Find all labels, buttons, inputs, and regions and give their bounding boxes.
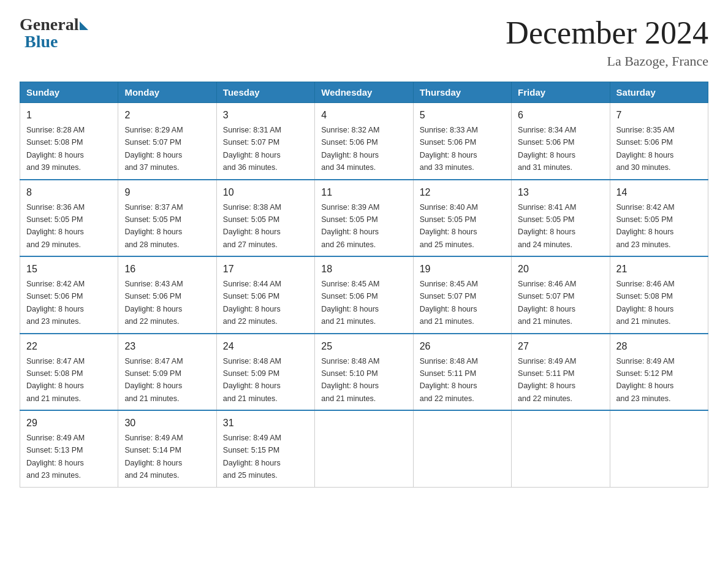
calendar-cell: 12Sunrise: 8:40 AMSunset: 5:05 PMDayligh… bbox=[413, 180, 511, 257]
day-info: Sunrise: 8:40 AMSunset: 5:05 PMDaylight:… bbox=[420, 203, 478, 249]
calendar-cell: 18Sunrise: 8:45 AMSunset: 5:06 PMDayligh… bbox=[315, 256, 413, 334]
day-number: 9 bbox=[124, 185, 210, 200]
day-number: 13 bbox=[518, 185, 603, 200]
calendar-week-row: 8Sunrise: 8:36 AMSunset: 5:05 PMDaylight… bbox=[20, 180, 708, 257]
header-sunday: Sunday bbox=[20, 82, 118, 103]
calendar-cell: 6Sunrise: 8:34 AMSunset: 5:06 PMDaylight… bbox=[512, 103, 610, 180]
day-number: 16 bbox=[124, 262, 210, 277]
calendar-week-row: 29Sunrise: 8:49 AMSunset: 5:13 PMDayligh… bbox=[20, 410, 708, 487]
calendar-cell: 19Sunrise: 8:45 AMSunset: 5:07 PMDayligh… bbox=[413, 256, 511, 334]
logo-arrow-icon bbox=[80, 21, 88, 30]
calendar-subtitle: La Bazoge, France bbox=[506, 53, 708, 69]
day-number: 28 bbox=[616, 339, 702, 354]
calendar-cell: 9Sunrise: 8:37 AMSunset: 5:05 PMDaylight… bbox=[118, 180, 216, 257]
day-number: 24 bbox=[223, 339, 308, 354]
day-info: Sunrise: 8:43 AMSunset: 5:06 PMDaylight:… bbox=[124, 280, 183, 326]
day-info: Sunrise: 8:47 AMSunset: 5:08 PMDaylight:… bbox=[26, 357, 85, 403]
calendar-cell: 20Sunrise: 8:46 AMSunset: 5:07 PMDayligh… bbox=[512, 256, 610, 334]
calendar-cell bbox=[512, 410, 610, 487]
calendar-cell: 15Sunrise: 8:42 AMSunset: 5:06 PMDayligh… bbox=[20, 256, 118, 334]
day-info: Sunrise: 8:49 AMSunset: 5:15 PMDaylight:… bbox=[223, 434, 281, 480]
logo-blue-text: Blue bbox=[25, 32, 58, 52]
day-number: 18 bbox=[321, 262, 406, 277]
day-number: 7 bbox=[616, 108, 702, 123]
day-number: 11 bbox=[321, 185, 406, 200]
day-info: Sunrise: 8:36 AMSunset: 5:05 PMDaylight:… bbox=[26, 203, 85, 249]
calendar-cell: 26Sunrise: 8:48 AMSunset: 5:11 PMDayligh… bbox=[413, 334, 511, 411]
day-info: Sunrise: 8:29 AMSunset: 5:07 PMDaylight:… bbox=[124, 126, 183, 172]
calendar-cell: 29Sunrise: 8:49 AMSunset: 5:13 PMDayligh… bbox=[20, 410, 118, 487]
calendar-cell: 30Sunrise: 8:49 AMSunset: 5:14 PMDayligh… bbox=[118, 410, 216, 487]
calendar-cell: 3Sunrise: 8:31 AMSunset: 5:07 PMDaylight… bbox=[216, 103, 314, 180]
day-number: 29 bbox=[26, 416, 112, 431]
day-number: 21 bbox=[616, 262, 702, 277]
calendar-cell: 28Sunrise: 8:49 AMSunset: 5:12 PMDayligh… bbox=[610, 334, 708, 411]
header-wednesday: Wednesday bbox=[315, 82, 413, 103]
day-info: Sunrise: 8:42 AMSunset: 5:05 PMDaylight:… bbox=[616, 203, 675, 249]
day-number: 30 bbox=[124, 416, 210, 431]
calendar-cell: 4Sunrise: 8:32 AMSunset: 5:06 PMDaylight… bbox=[315, 103, 413, 180]
calendar-cell: 16Sunrise: 8:43 AMSunset: 5:06 PMDayligh… bbox=[118, 256, 216, 334]
day-number: 17 bbox=[223, 262, 308, 277]
calendar-cell: 1Sunrise: 8:28 AMSunset: 5:08 PMDaylight… bbox=[20, 103, 118, 180]
day-info: Sunrise: 8:42 AMSunset: 5:06 PMDaylight:… bbox=[26, 280, 85, 326]
day-number: 15 bbox=[26, 262, 112, 277]
calendar-cell bbox=[315, 410, 413, 487]
header-monday: Monday bbox=[118, 82, 216, 103]
day-info: Sunrise: 8:48 AMSunset: 5:09 PMDaylight:… bbox=[223, 357, 281, 403]
calendar-title-area: December 2024 La Bazoge, France bbox=[506, 15, 708, 69]
day-info: Sunrise: 8:38 AMSunset: 5:05 PMDaylight:… bbox=[223, 203, 281, 249]
calendar-cell: 25Sunrise: 8:48 AMSunset: 5:10 PMDayligh… bbox=[315, 334, 413, 411]
day-info: Sunrise: 8:34 AMSunset: 5:06 PMDaylight:… bbox=[518, 126, 576, 172]
day-number: 23 bbox=[124, 339, 210, 354]
day-number: 26 bbox=[420, 339, 505, 354]
day-info: Sunrise: 8:44 AMSunset: 5:06 PMDaylight:… bbox=[223, 280, 281, 326]
day-number: 14 bbox=[616, 185, 702, 200]
calendar-cell: 22Sunrise: 8:47 AMSunset: 5:08 PMDayligh… bbox=[20, 334, 118, 411]
calendar-cell bbox=[413, 410, 511, 487]
day-number: 19 bbox=[420, 262, 505, 277]
calendar-cell: 14Sunrise: 8:42 AMSunset: 5:05 PMDayligh… bbox=[610, 180, 708, 257]
calendar-header-row: SundayMondayTuesdayWednesdayThursdayFrid… bbox=[20, 82, 708, 103]
day-info: Sunrise: 8:48 AMSunset: 5:10 PMDaylight:… bbox=[321, 357, 379, 403]
day-info: Sunrise: 8:46 AMSunset: 5:08 PMDaylight:… bbox=[616, 280, 675, 326]
day-number: 6 bbox=[518, 108, 603, 123]
day-info: Sunrise: 8:47 AMSunset: 5:09 PMDaylight:… bbox=[124, 357, 183, 403]
day-number: 5 bbox=[420, 108, 505, 123]
day-info: Sunrise: 8:41 AMSunset: 5:05 PMDaylight:… bbox=[518, 203, 576, 249]
day-number: 20 bbox=[518, 262, 603, 277]
calendar-week-row: 22Sunrise: 8:47 AMSunset: 5:08 PMDayligh… bbox=[20, 334, 708, 411]
header-saturday: Saturday bbox=[610, 82, 708, 103]
day-info: Sunrise: 8:28 AMSunset: 5:08 PMDaylight:… bbox=[26, 126, 85, 172]
calendar-cell: 10Sunrise: 8:38 AMSunset: 5:05 PMDayligh… bbox=[216, 180, 314, 257]
day-info: Sunrise: 8:32 AMSunset: 5:06 PMDaylight:… bbox=[321, 126, 379, 172]
day-info: Sunrise: 8:45 AMSunset: 5:06 PMDaylight:… bbox=[321, 280, 379, 326]
day-info: Sunrise: 8:49 AMSunset: 5:11 PMDaylight:… bbox=[518, 357, 576, 403]
day-info: Sunrise: 8:39 AMSunset: 5:05 PMDaylight:… bbox=[321, 203, 379, 249]
calendar-cell: 11Sunrise: 8:39 AMSunset: 5:05 PMDayligh… bbox=[315, 180, 413, 257]
day-number: 25 bbox=[321, 339, 406, 354]
day-number: 27 bbox=[518, 339, 603, 354]
day-number: 22 bbox=[26, 339, 112, 354]
day-info: Sunrise: 8:49 AMSunset: 5:14 PMDaylight:… bbox=[124, 434, 183, 480]
page-header: General Blue December 2024 La Bazoge, Fr… bbox=[20, 15, 708, 69]
day-number: 2 bbox=[124, 108, 210, 123]
day-number: 10 bbox=[223, 185, 308, 200]
calendar-cell: 13Sunrise: 8:41 AMSunset: 5:05 PMDayligh… bbox=[512, 180, 610, 257]
calendar-cell: 24Sunrise: 8:48 AMSunset: 5:09 PMDayligh… bbox=[216, 334, 314, 411]
day-info: Sunrise: 8:45 AMSunset: 5:07 PMDaylight:… bbox=[420, 280, 478, 326]
calendar-cell: 27Sunrise: 8:49 AMSunset: 5:11 PMDayligh… bbox=[512, 334, 610, 411]
calendar-cell: 17Sunrise: 8:44 AMSunset: 5:06 PMDayligh… bbox=[216, 256, 314, 334]
day-info: Sunrise: 8:49 AMSunset: 5:12 PMDaylight:… bbox=[616, 357, 675, 403]
calendar-cell: 21Sunrise: 8:46 AMSunset: 5:08 PMDayligh… bbox=[610, 256, 708, 334]
calendar-cell: 7Sunrise: 8:35 AMSunset: 5:06 PMDaylight… bbox=[610, 103, 708, 180]
calendar-table: SundayMondayTuesdayWednesdayThursdayFrid… bbox=[20, 82, 708, 488]
day-info: Sunrise: 8:48 AMSunset: 5:11 PMDaylight:… bbox=[420, 357, 478, 403]
calendar-week-row: 1Sunrise: 8:28 AMSunset: 5:08 PMDaylight… bbox=[20, 103, 708, 180]
day-info: Sunrise: 8:49 AMSunset: 5:13 PMDaylight:… bbox=[26, 434, 85, 480]
day-number: 12 bbox=[420, 185, 505, 200]
day-info: Sunrise: 8:33 AMSunset: 5:06 PMDaylight:… bbox=[420, 126, 478, 172]
calendar-cell bbox=[610, 410, 708, 487]
calendar-week-row: 15Sunrise: 8:42 AMSunset: 5:06 PMDayligh… bbox=[20, 256, 708, 334]
header-tuesday: Tuesday bbox=[216, 82, 314, 103]
